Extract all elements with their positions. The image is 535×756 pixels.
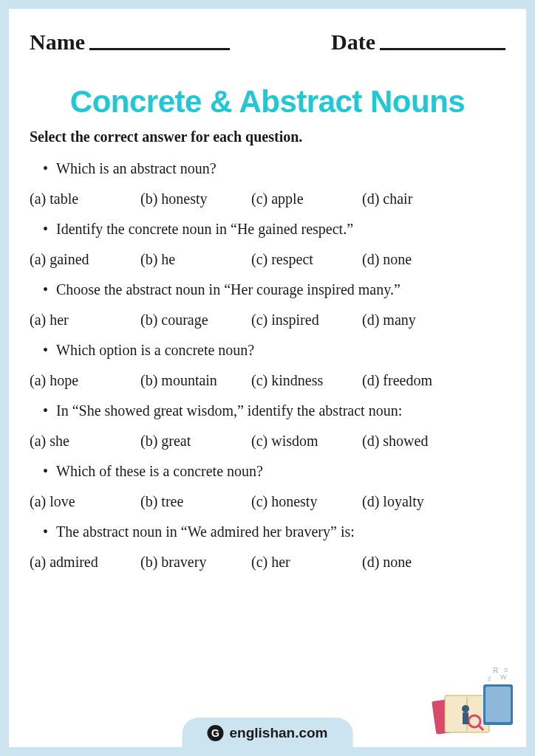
question-block: In “She showed great wisdom,” identify t… — [30, 402, 505, 450]
worksheet-page: Name Date Concrete & Abstract Nouns Sele… — [9, 9, 526, 747]
question-block: The abstract noun in “We admired her bra… — [30, 523, 505, 571]
svg-rect-4 — [485, 687, 511, 722]
answer-option[interactable]: (a) she — [30, 433, 140, 450]
answer-option[interactable]: (d) chair — [362, 190, 473, 207]
answer-option[interactable]: (b) honesty — [140, 190, 251, 207]
decorative-books-icon: R W Z S — [430, 659, 519, 740]
question-block: Which is an abstract noun?(a) table(b) h… — [30, 160, 505, 207]
svg-text:S: S — [504, 667, 508, 673]
svg-text:R: R — [493, 667, 498, 675]
answer-option[interactable]: (c) inspired — [251, 312, 362, 329]
answer-option[interactable]: (b) bravery — [140, 554, 251, 571]
svg-point-7 — [462, 705, 469, 712]
answer-option[interactable]: (a) admired — [30, 554, 140, 571]
questions-container: Which is an abstract noun?(a) table(b) h… — [30, 160, 505, 571]
answer-option[interactable]: (c) honesty — [251, 493, 362, 510]
question-block: Which option is a concrete noun?(a) hope… — [30, 342, 505, 389]
date-input-line[interactable] — [380, 48, 505, 50]
question-text: Identify the concrete noun in “He gained… — [30, 221, 505, 238]
answer-option[interactable]: (d) loyalty — [362, 493, 473, 510]
question-text: Which option is a concrete noun? — [30, 342, 505, 359]
brand-text: englishan.com — [229, 725, 327, 741]
date-field: Date — [331, 30, 505, 55]
name-label: Name — [30, 30, 85, 55]
answer-option[interactable]: (a) love — [30, 493, 140, 510]
answer-option[interactable]: (a) table — [30, 190, 140, 207]
instructions-text: Select the correct answer for each quest… — [30, 128, 505, 145]
answer-option[interactable]: (b) he — [140, 251, 251, 268]
name-input-line[interactable] — [89, 48, 230, 50]
answer-option[interactable]: (c) kindness — [251, 372, 362, 389]
options-row: (a) love(b) tree(c) honesty(d) loyalty — [30, 493, 505, 510]
options-row: (a) gained(b) he(c) respect(d) none — [30, 251, 505, 268]
question-block: Which of these is a concrete noun?(a) lo… — [30, 463, 505, 510]
answer-option[interactable]: (d) many — [362, 312, 473, 329]
svg-text:Z: Z — [488, 676, 491, 682]
header-row: Name Date — [30, 30, 505, 55]
answer-option[interactable]: (a) her — [30, 312, 140, 329]
answer-option[interactable]: (b) great — [140, 433, 251, 450]
options-row: (a) table(b) honesty(c) apple(d) chair — [30, 190, 505, 207]
options-row: (a) hope(b) mountain(c) kindness(d) free… — [30, 372, 505, 389]
answer-option[interactable]: (d) freedom — [362, 372, 473, 389]
svg-text:W: W — [500, 673, 507, 681]
question-text: Which of these is a concrete noun? — [30, 463, 505, 480]
answer-option[interactable]: (d) none — [362, 251, 473, 268]
answer-option[interactable]: (b) courage — [140, 312, 251, 329]
answer-option[interactable]: (c) wisdom — [251, 433, 362, 450]
question-text: In “She showed great wisdom,” identify t… — [30, 402, 505, 419]
answer-option[interactable]: (a) hope — [30, 372, 140, 389]
answer-option[interactable]: (c) her — [251, 554, 362, 571]
date-label: Date — [331, 30, 375, 55]
question-text: Choose the abstract noun in “Her courage… — [30, 281, 505, 298]
options-row: (a) admired(b) bravery(c) her(d) none — [30, 554, 505, 571]
answer-option[interactable]: (a) gained — [30, 251, 140, 268]
question-block: Choose the abstract noun in “Her courage… — [30, 281, 505, 329]
question-text: The abstract noun in “We admired her bra… — [30, 523, 505, 540]
answer-option[interactable]: (d) none — [362, 554, 473, 571]
options-row: (a) her(b) courage(c) inspired(d) many — [30, 312, 505, 329]
svg-rect-8 — [463, 712, 468, 724]
question-text: Which is an abstract noun? — [30, 160, 505, 177]
name-field: Name — [30, 30, 230, 55]
footer-brand: G englishan.com — [182, 718, 352, 747]
options-row: (a) she(b) great(c) wisdom(d) showed — [30, 433, 505, 450]
question-block: Identify the concrete noun in “He gained… — [30, 221, 505, 268]
answer-option[interactable]: (b) mountain — [140, 372, 251, 389]
answer-option[interactable]: (c) respect — [251, 251, 362, 268]
answer-option[interactable]: (b) tree — [140, 493, 251, 510]
answer-option[interactable]: (d) showed — [362, 433, 473, 450]
brand-logo-icon: G — [207, 725, 223, 741]
answer-option[interactable]: (c) apple — [251, 190, 362, 207]
worksheet-title: Concrete & Abstract Nouns — [30, 84, 505, 120]
